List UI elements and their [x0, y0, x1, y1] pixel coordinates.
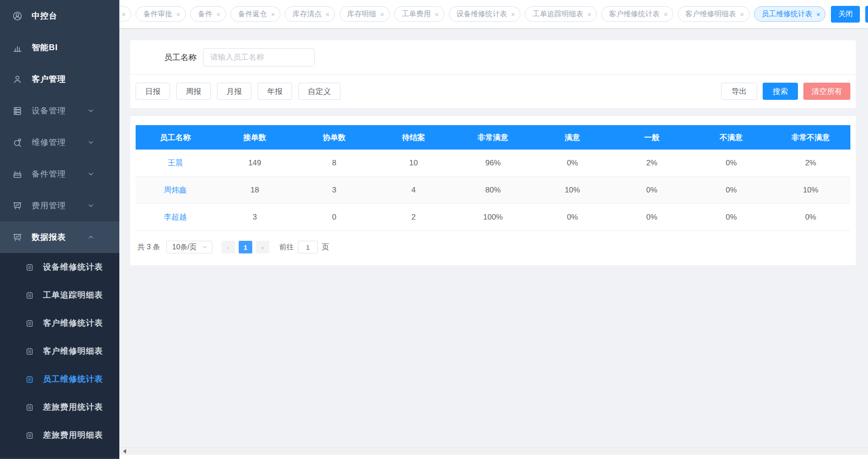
- table-cell: 10%: [533, 186, 612, 195]
- table-cell: 0%: [692, 186, 771, 195]
- sidebar-submenu-reports: 设备维修统计表工单追踪明细表客户维修统计表客户维修明细表员工维修统计表差旅费用统…: [0, 253, 119, 458]
- bottom-strip: [119, 455, 868, 459]
- tab-item-9[interactable]: 客户维修明细表×: [678, 6, 750, 22]
- sidebar-item-3[interactable]: 设备管理: [0, 95, 119, 126]
- tab-item-2[interactable]: 备件返仓×: [231, 6, 281, 22]
- table-column-header: 接单数: [215, 132, 295, 143]
- note-icon: [25, 375, 34, 384]
- sidebar-subitem-2[interactable]: 客户维修统计表: [0, 309, 119, 337]
- tab-close-icon[interactable]: ×: [271, 11, 275, 18]
- sidebar-item-label: 客户管理: [32, 74, 66, 84]
- sidebar-subitem-6[interactable]: 差旅费用明细表: [0, 421, 119, 449]
- table-row-1: 周炜鑫183480%10%0%0%10%: [136, 177, 850, 204]
- table-row-2: 李超越302100%0%0%0%0%: [136, 204, 850, 231]
- tab-close-icon[interactable]: ×: [122, 11, 126, 18]
- sidebar-item-label: 备件管理: [32, 169, 66, 179]
- tab-item-0[interactable]: 备件审批×: [136, 6, 186, 22]
- tab-item-4[interactable]: 库存明细×: [340, 6, 390, 22]
- sidebar-subitem-label: 客户维修明细表: [43, 346, 103, 356]
- tab-bar: × 备件审批×备件×备件返仓×库存清点×库存明细×工单费用×设备维修统计表×工单…: [119, 0, 868, 28]
- sidebar-item-2[interactable]: 客户管理: [0, 63, 119, 95]
- sidebar-item-6[interactable]: 费用管理: [0, 190, 119, 221]
- tab-close-icon[interactable]: ×: [217, 11, 221, 18]
- report-table-card: 员工名称接单数协单数待结案非常满意满意一般不满意非常不满意 王晨14981096…: [130, 116, 856, 265]
- tab-item-1[interactable]: 备件×: [190, 6, 226, 22]
- clear-all-button[interactable]: 清空所有: [803, 83, 850, 100]
- period-button-4[interactable]: 自定义: [298, 83, 340, 100]
- sidebar-item-label: 维修管理: [32, 137, 66, 148]
- tab-close-icon[interactable]: ×: [326, 11, 330, 18]
- pagination-total: 共 3 条: [137, 243, 160, 252]
- export-button[interactable]: 导出: [721, 83, 757, 100]
- sidebar-subitem-4[interactable]: 员工维修统计表: [0, 365, 119, 393]
- sidebar-item-4[interactable]: 维修管理: [0, 126, 119, 158]
- prev-page-button[interactable]: ‹: [222, 241, 235, 253]
- sidebar-subitem-5[interactable]: 差旅费用统计表: [0, 393, 119, 421]
- tab-label: 库存明细: [347, 9, 376, 19]
- tab-item-7[interactable]: 工单追踪明细表×: [525, 6, 597, 22]
- tab-close-icon[interactable]: ×: [740, 11, 744, 18]
- note-icon: [25, 347, 34, 356]
- period-button-2[interactable]: 月报: [217, 83, 251, 100]
- table-column-header: 非常不满意: [771, 132, 850, 143]
- page-size-select[interactable]: 10条/页: [166, 241, 212, 253]
- sidebar-subitem-1[interactable]: 工单追踪明细表: [0, 281, 119, 309]
- tab-close-icon[interactable]: ×: [587, 11, 591, 18]
- tab-close-icon[interactable]: ×: [511, 11, 515, 18]
- tab-label: 工单费用: [402, 9, 431, 19]
- scroll-left-arrow-icon[interactable]: [123, 449, 126, 454]
- tab-label: 员工维修统计表: [762, 9, 812, 19]
- sidebar-item-0[interactable]: 中控台: [0, 0, 119, 32]
- tab-item-clipped[interactable]: ×: [119, 6, 131, 22]
- tab-close-icon[interactable]: ×: [176, 11, 180, 18]
- period-button-3[interactable]: 年报: [258, 83, 292, 100]
- tab-close-icon[interactable]: ×: [664, 11, 668, 18]
- sidebar-subitem-3[interactable]: 客户维修明细表: [0, 337, 119, 365]
- employee-name-input[interactable]: [203, 48, 315, 66]
- sidebar-subitem-label: 设备维修统计表: [43, 262, 103, 272]
- tab-close-icon[interactable]: ×: [816, 11, 821, 18]
- employee-name-link[interactable]: 李超越: [136, 212, 215, 222]
- sidebar-item-1[interactable]: 智能BI: [0, 32, 119, 63]
- table-column-header: 不满意: [692, 132, 771, 143]
- table-column-header: 员工名称: [136, 132, 215, 143]
- dashboard-view-button[interactable]: 看板展示: [865, 6, 868, 23]
- employee-name-link[interactable]: 周炜鑫: [136, 185, 215, 195]
- employee-name-label: 员工名称: [164, 52, 197, 63]
- sidebar-item-5[interactable]: 备件管理: [0, 158, 119, 190]
- tab-close-icon[interactable]: ×: [435, 11, 439, 18]
- close-all-tabs-button[interactable]: 关闭: [831, 6, 860, 23]
- tab-item-10[interactable]: 员工维修统计表×: [754, 6, 826, 22]
- tab-item-5[interactable]: 工单费用×: [394, 6, 444, 22]
- period-button-1[interactable]: 周报: [176, 83, 211, 100]
- tab-label: 工单追踪明细表: [533, 9, 583, 19]
- filter-card: 员工名称 日报周报月报年报自定义 导出 搜索 清空所有: [130, 40, 856, 108]
- sidebar-subitem-0[interactable]: 设备维修统计表: [0, 253, 119, 281]
- sidebar-item-label: 数据报表: [32, 232, 66, 243]
- next-page-button[interactable]: ›: [256, 241, 269, 253]
- table-cell: 0%: [612, 186, 692, 195]
- tab-item-6[interactable]: 设备维修统计表×: [449, 6, 521, 22]
- period-button-0[interactable]: 日报: [136, 83, 170, 100]
- search-button[interactable]: 搜索: [763, 83, 798, 100]
- table-cell: 0%: [612, 213, 692, 222]
- tab-item-3[interactable]: 库存清点×: [285, 6, 335, 22]
- note-icon: [25, 263, 34, 272]
- table-cell: 80%: [453, 186, 533, 195]
- page-number-button[interactable]: 1: [239, 241, 252, 253]
- horizontal-scrollbar[interactable]: [119, 447, 868, 455]
- tab-label: 备件审批: [143, 9, 172, 19]
- table-cell: 2: [374, 213, 453, 222]
- table-cell: 18: [215, 186, 295, 195]
- note-icon: [25, 319, 34, 328]
- sidebar-item-7[interactable]: 数据报表: [0, 221, 119, 253]
- table-cell: 0%: [771, 213, 850, 222]
- tab-label: 备件返仓: [238, 9, 267, 19]
- tab-label: 备件: [198, 9, 212, 19]
- tab-item-8[interactable]: 客户维修统计表×: [601, 6, 673, 22]
- bar-chart-icon: [12, 42, 23, 53]
- tab-close-icon[interactable]: ×: [380, 11, 384, 18]
- goto-page-input[interactable]: [298, 241, 318, 253]
- employee-name-link[interactable]: 王晨: [136, 158, 215, 168]
- table-cell: 149: [215, 159, 295, 168]
